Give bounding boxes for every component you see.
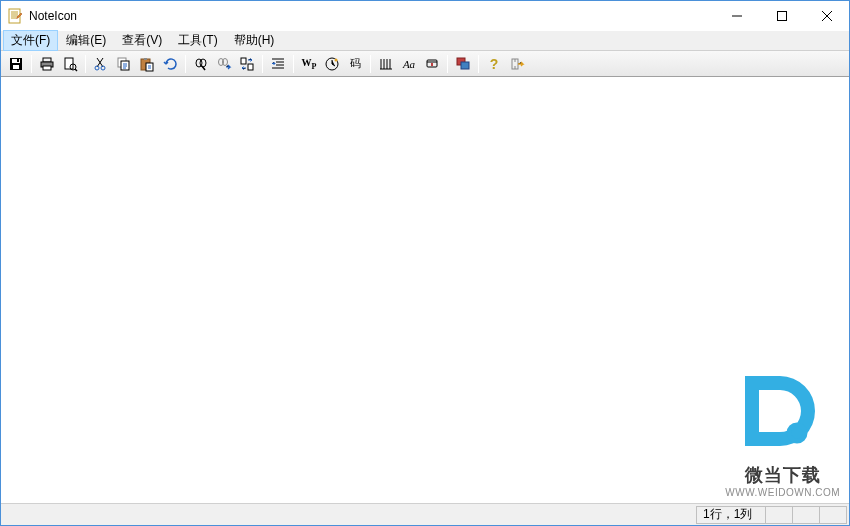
menu-edit[interactable]: 编辑(E): [58, 30, 114, 51]
replace-button[interactable]: [236, 53, 258, 75]
window-title: NoteIcon: [29, 9, 714, 23]
print-button[interactable]: [36, 53, 58, 75]
menu-help[interactable]: 帮助(H): [226, 30, 283, 51]
toolbar-separator: [262, 55, 263, 73]
encoding-button[interactable]: 码: [344, 53, 366, 75]
exit-button[interactable]: [506, 53, 528, 75]
status-cell-1: [765, 506, 793, 524]
svg-rect-22: [241, 58, 246, 64]
menu-view[interactable]: 查看(V): [114, 30, 170, 51]
datetime-button[interactable]: [321, 53, 343, 75]
svg-rect-1: [777, 11, 786, 20]
toolbar-separator: [370, 55, 371, 73]
toolbar-separator: [478, 55, 479, 73]
svg-rect-23: [248, 64, 253, 70]
copy-button[interactable]: [113, 53, 135, 75]
text-editor[interactable]: [1, 78, 849, 503]
wordwrap-label: WP: [302, 57, 317, 71]
menu-tool[interactable]: 工具(T): [170, 30, 225, 51]
svg-rect-9: [65, 58, 73, 69]
encoding-label: 码: [350, 56, 361, 71]
bookmark-button[interactable]: [421, 53, 443, 75]
status-cell-2: [792, 506, 820, 524]
menu-file[interactable]: 文件(F): [3, 30, 58, 51]
svg-rect-16: [144, 58, 147, 60]
ruler-button[interactable]: [375, 53, 397, 75]
close-button[interactable]: [804, 1, 849, 30]
toolbar-separator: [447, 55, 448, 73]
svg-rect-8: [43, 66, 51, 70]
print-preview-button[interactable]: [59, 53, 81, 75]
font-label: Aa: [403, 58, 415, 70]
paste-button[interactable]: [136, 53, 158, 75]
statusbar: 1行，1列: [1, 503, 849, 525]
maximize-button[interactable]: [759, 1, 804, 30]
svg-rect-5: [17, 59, 19, 62]
svg-point-19: [200, 59, 206, 67]
indent-button[interactable]: [267, 53, 289, 75]
menubar: 文件(F) 编辑(E) 查看(V) 工具(T) 帮助(H): [1, 31, 849, 51]
minimize-button[interactable]: [714, 1, 759, 30]
editor-area: [1, 77, 849, 503]
font-button[interactable]: Aa: [398, 53, 420, 75]
undo-button[interactable]: [159, 53, 181, 75]
toolbar-separator: [293, 55, 294, 73]
toolbar: WP 码 Aa ?: [1, 51, 849, 77]
svg-point-25: [335, 58, 338, 61]
toolbar-separator: [185, 55, 186, 73]
app-window: NoteIcon 文件(F) 编辑(E) 查看(V) 工具(T) 帮助(H): [0, 0, 850, 526]
svg-rect-17: [146, 63, 153, 71]
window-controls: [714, 1, 849, 31]
titlebar: NoteIcon: [1, 1, 849, 31]
app-icon: [7, 8, 23, 24]
cut-button[interactable]: [90, 53, 112, 75]
status-cell-3: [819, 506, 847, 524]
svg-rect-4: [13, 65, 19, 69]
svg-rect-28: [461, 62, 469, 69]
find-button[interactable]: [190, 53, 212, 75]
save-button[interactable]: [5, 53, 27, 75]
find-next-button[interactable]: [213, 53, 235, 75]
help-button[interactable]: ?: [483, 53, 505, 75]
wordwrap-button[interactable]: WP: [298, 53, 320, 75]
toolbar-separator: [85, 55, 86, 73]
help-icon: ?: [490, 56, 499, 72]
cascade-windows-button[interactable]: [452, 53, 474, 75]
svg-rect-6: [43, 58, 51, 62]
toolbar-separator: [31, 55, 32, 73]
status-position: 1行，1列: [696, 506, 766, 524]
